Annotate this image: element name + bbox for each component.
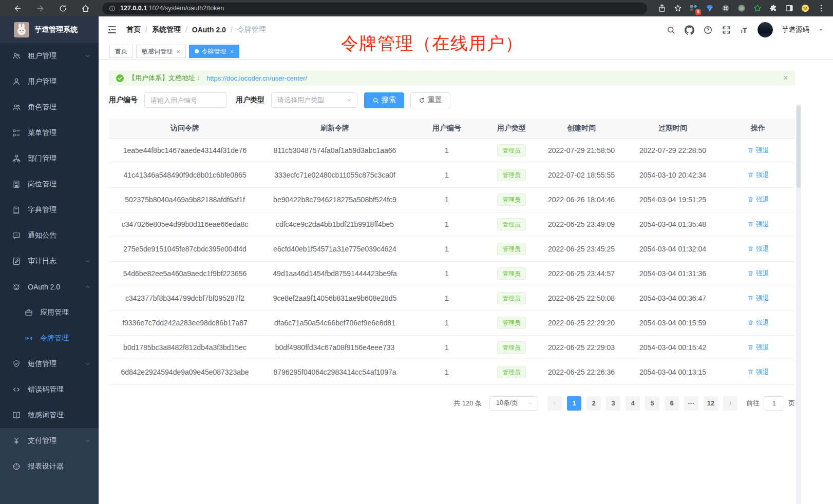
sidebar-item-label: 租户管理 (28, 51, 56, 61)
extension-command-icon[interactable] (721, 4, 730, 13)
tab-label: 首页 (115, 47, 127, 56)
force-logout-button[interactable]: 强退 (747, 220, 769, 229)
pager-page-3[interactable]: 3 (606, 396, 620, 411)
user-type-tag: 管理员 (497, 218, 526, 230)
sidebar-item-app[interactable]: 应用管理 (0, 300, 99, 325)
alert-doc-link[interactable]: https://doc.iocoder.cn/user-center/ (206, 74, 307, 82)
cell-created-at: 2022-06-25 23:45:25 (538, 237, 624, 261)
tab-2[interactable]: 令牌管理× (189, 45, 240, 58)
sidebar-fold-icon[interactable] (107, 25, 117, 35)
extension-record-icon[interactable] (737, 4, 746, 13)
search-icon[interactable] (666, 25, 676, 35)
sidebar-item-sensitive[interactable]: 敏感词管理 (0, 402, 99, 428)
scrollbar-track[interactable] (796, 104, 801, 504)
oauth-icon (12, 282, 21, 292)
font-size-icon[interactable]: тT (740, 26, 747, 34)
browser-menu-icon[interactable] (817, 4, 826, 13)
site-info-icon[interactable] (109, 5, 116, 12)
github-icon[interactable] (685, 25, 694, 35)
browser-back-icon[interactable] (13, 4, 22, 13)
force-logout-button[interactable]: 强退 (747, 318, 769, 327)
share-icon[interactable] (657, 4, 667, 13)
sidebar-item-department[interactable]: 部门管理 (0, 146, 99, 171)
sidebar-item-report[interactable]: 报表设计器 (0, 454, 99, 479)
user-type-tag: 管理员 (497, 243, 526, 255)
sidebar-item-notice[interactable]: 通知公告 (0, 223, 99, 248)
extension-gem-icon[interactable] (705, 4, 714, 13)
page-size-select[interactable]: 10条/页 (489, 396, 538, 411)
sidebar-item-post[interactable]: 岗位管理 (0, 171, 99, 197)
pager-page-12[interactable]: 12 (704, 396, 718, 411)
side-panel-icon[interactable] (785, 4, 794, 13)
sidebar-item-audit[interactable]: 审计日志 (0, 248, 99, 274)
fullscreen-icon[interactable] (722, 25, 731, 35)
pager-more-button[interactable]: ··· (684, 396, 698, 411)
force-logout-button[interactable]: 强退 (747, 367, 769, 377)
sidebar-item-label: 字典管理 (28, 205, 56, 215)
refresh-icon (419, 97, 425, 104)
tab-1[interactable]: 敏感词管理× (136, 45, 186, 58)
address-bar[interactable]: 127.0.0.1:1024/system/oauth2/token (102, 3, 647, 14)
browser-home-icon[interactable] (81, 4, 90, 13)
user-name[interactable]: 芋道源码 (782, 25, 809, 34)
sidebar-item-menu-tree[interactable]: 菜单管理 (0, 120, 99, 146)
user-id-label: 用户编号 (109, 95, 138, 105)
force-logout-button[interactable]: 强退 (747, 343, 769, 352)
sidebar-item-pay[interactable]: 支付管理 (0, 428, 99, 454)
cell-created-at: 2022-06-25 22:50:08 (538, 286, 624, 311)
pager-page-1[interactable]: 1 (567, 396, 581, 411)
profile-emoji-icon[interactable] (801, 4, 810, 13)
sidebar-item-token[interactable]: 令牌管理 (0, 325, 99, 351)
table-row: f9336e7c7dd242a283ee98dc86b17a87dfa6c71a… (109, 311, 795, 335)
sidebar-item-label: 应用管理 (40, 308, 69, 317)
scrollbar-thumb[interactable] (797, 106, 801, 188)
sidebar-item-sms[interactable]: 短信管理 (0, 351, 99, 377)
alert-close-icon[interactable]: × (783, 74, 788, 82)
sidebar-item-oauth[interactable]: OAuth 2.0 (0, 274, 99, 300)
topbar: 首页/系统管理/OAuth 2.0/令牌管理 тT 芋道源码 (99, 16, 833, 43)
extension-green-star-icon[interactable] (753, 4, 762, 13)
force-logout-button[interactable]: 强退 (747, 244, 769, 254)
force-logout-button[interactable]: 强退 (747, 146, 769, 155)
breadcrumb-item[interactable]: 首页 (126, 25, 141, 34)
reset-button[interactable]: 重置 (410, 92, 450, 108)
chevron-down-icon (346, 97, 352, 103)
chevron-down-icon (85, 53, 91, 59)
tab-close-icon[interactable]: × (176, 48, 180, 55)
browser-reload-icon[interactable] (59, 4, 67, 13)
tab-close-icon[interactable]: × (230, 48, 234, 55)
tab-0[interactable]: 首页 (109, 45, 133, 58)
force-logout-button[interactable]: 强退 (747, 195, 769, 204)
sidebar-item-user[interactable]: 用户管理 (0, 69, 99, 94)
user-id-input[interactable] (144, 92, 226, 108)
breadcrumb-item[interactable]: OAuth 2.0 (192, 26, 226, 34)
help-icon[interactable] (703, 25, 713, 35)
force-logout-button[interactable]: 强退 (747, 294, 769, 303)
sidebar-item-errcode[interactable]: 错误码管理 (0, 377, 99, 402)
trash-icon (747, 147, 754, 153)
search-button[interactable]: 搜索 (364, 92, 404, 108)
sidebar-item-dict[interactable]: 字典管理 (0, 197, 99, 223)
user-type-select[interactable]: 请选择用户类型 (271, 92, 357, 108)
bookmark-star-icon[interactable] (673, 4, 683, 13)
pager-page-4[interactable]: 4 (626, 396, 640, 411)
force-logout-button[interactable]: 强退 (747, 269, 769, 278)
goto-page-input[interactable] (764, 396, 784, 411)
sidebar-item-label: 报表设计器 (28, 462, 64, 471)
cell-expires-at: 2054-03-04 00:15:59 (624, 311, 721, 335)
user-avatar[interactable] (758, 22, 773, 37)
app-logo[interactable]: 芋道管理系统 (0, 16, 99, 43)
pager-next-button[interactable] (723, 396, 737, 411)
pager-page-5[interactable]: 5 (645, 396, 659, 411)
pager-page-6[interactable]: 6 (665, 396, 679, 411)
sidebar-item-tenant[interactable]: 租户管理 (0, 43, 99, 69)
extensions-puzzle-icon[interactable] (769, 4, 778, 13)
browser-forward-icon[interactable] (36, 4, 45, 13)
sidebar-item-role[interactable]: 角色管理 (0, 94, 99, 120)
extension-blocker-icon[interactable]: 9 (689, 4, 698, 13)
user-menu-caret-icon[interactable] (818, 27, 824, 33)
pager-prev-button[interactable] (547, 396, 562, 411)
force-logout-button[interactable]: 强退 (747, 170, 769, 180)
breadcrumb-item[interactable]: 系统管理 (152, 25, 181, 34)
pager-page-2[interactable]: 2 (586, 396, 601, 411)
